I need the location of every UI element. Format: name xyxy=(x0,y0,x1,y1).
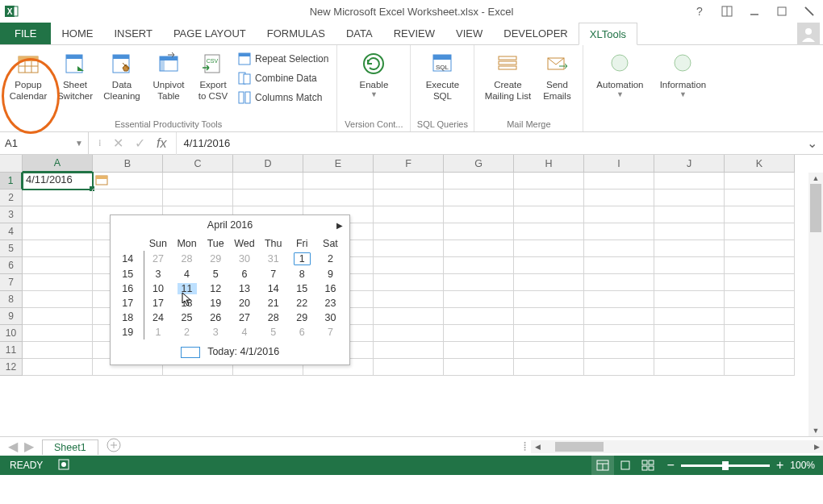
data-cleaning-button[interactable]: Data Cleaning xyxy=(98,48,145,106)
cell[interactable] xyxy=(654,308,725,325)
cell[interactable] xyxy=(23,325,93,342)
row-header[interactable]: 12 xyxy=(0,359,23,376)
file-tab[interactable]: FILE xyxy=(0,23,51,44)
row-header[interactable]: 11 xyxy=(0,342,23,359)
accept-formula-icon[interactable]: ✓ xyxy=(135,135,145,151)
row-header[interactable]: 10 xyxy=(0,325,23,342)
cell[interactable] xyxy=(23,308,93,325)
minimize-button[interactable] xyxy=(741,0,768,23)
enable-version-control-button[interactable]: Enable ▼ xyxy=(342,48,405,98)
cell[interactable] xyxy=(654,206,725,223)
sheet-nav-next[interactable]: ▶ xyxy=(24,439,34,454)
cell[interactable] xyxy=(23,359,93,376)
calendar-day[interactable]: 30 xyxy=(316,310,345,325)
calendar-day[interactable]: 17 xyxy=(144,296,173,310)
zoom-out-button[interactable]: − xyxy=(667,458,675,473)
view-page-break-button[interactable] xyxy=(637,456,659,475)
cell[interactable] xyxy=(303,190,374,206)
calendar-day[interactable]: 9 xyxy=(316,267,345,281)
cell[interactable] xyxy=(444,223,514,240)
cell[interactable] xyxy=(654,173,725,190)
maximize-button[interactable] xyxy=(768,0,796,23)
combine-data-button[interactable]: Combine Data xyxy=(237,69,328,87)
automation-button[interactable]: Automation ▼ xyxy=(588,48,651,98)
calendar-day[interactable]: 2 xyxy=(173,325,202,339)
cell[interactable] xyxy=(374,240,444,257)
cell[interactable] xyxy=(654,291,725,308)
fx-button[interactable]: fx xyxy=(157,136,166,151)
name-box[interactable]: A1 ▼ xyxy=(0,132,89,155)
cell[interactable] xyxy=(654,257,725,274)
calendar-day[interactable]: 24 xyxy=(144,310,173,325)
calendar-day[interactable]: 28 xyxy=(259,310,287,325)
cell[interactable] xyxy=(725,274,795,291)
column-header[interactable]: I xyxy=(584,155,654,173)
zoom-level[interactable]: 100% xyxy=(790,460,815,471)
cell[interactable] xyxy=(303,173,374,190)
cell[interactable] xyxy=(584,359,654,376)
column-header[interactable]: A xyxy=(23,155,93,173)
tab-view[interactable]: VIEW xyxy=(445,23,493,44)
cell[interactable] xyxy=(584,223,654,240)
cell[interactable] xyxy=(23,274,93,291)
popup-calendar-button[interactable]: Popup Calendar xyxy=(5,48,52,106)
cell[interactable] xyxy=(444,190,514,206)
row-header[interactable]: 6 xyxy=(0,257,23,274)
cell[interactable] xyxy=(163,190,233,206)
hscroll-left[interactable]: ◀ xyxy=(531,440,544,453)
cell[interactable] xyxy=(654,190,725,206)
cell[interactable] xyxy=(23,190,93,206)
cell[interactable] xyxy=(725,240,795,257)
cell[interactable] xyxy=(725,257,795,274)
user-avatar[interactable] xyxy=(797,23,820,45)
cell[interactable] xyxy=(725,308,795,325)
hscroll-thumb[interactable] xyxy=(555,442,604,452)
cell[interactable] xyxy=(654,342,725,359)
calendar-day[interactable]: 11 xyxy=(173,281,202,296)
calendar-day[interactable]: 25 xyxy=(173,310,202,325)
cell[interactable] xyxy=(23,223,93,240)
calendar-day[interactable]: 7 xyxy=(259,267,287,281)
cell[interactable] xyxy=(725,359,795,376)
cell[interactable] xyxy=(163,173,233,190)
ribbon-display-options[interactable] xyxy=(713,0,741,23)
cell[interactable] xyxy=(514,274,584,291)
cell[interactable] xyxy=(444,359,514,376)
calendar-day[interactable]: 19 xyxy=(202,296,230,310)
calendar-day[interactable]: 10 xyxy=(144,281,173,296)
tab-data[interactable]: DATA xyxy=(336,23,383,44)
calendar-day[interactable]: 16 xyxy=(316,281,345,296)
export-csv-button[interactable]: CSV Export to CSV xyxy=(192,48,234,106)
cell[interactable] xyxy=(654,240,725,257)
cell[interactable] xyxy=(374,342,444,359)
calendar-day[interactable]: 6 xyxy=(287,325,315,339)
cell[interactable] xyxy=(23,291,93,308)
cancel-formula-icon[interactable]: ✕ xyxy=(113,135,123,151)
cell[interactable] xyxy=(444,240,514,257)
row-header[interactable]: 4 xyxy=(0,223,23,240)
cell[interactable] xyxy=(584,342,654,359)
cell[interactable] xyxy=(654,325,725,342)
tab-developer[interactable]: DEVELOPER xyxy=(493,23,578,44)
cell[interactable] xyxy=(374,173,444,190)
zoom-in-button[interactable]: + xyxy=(776,458,783,473)
column-header[interactable]: E xyxy=(303,155,374,173)
cell[interactable] xyxy=(584,274,654,291)
help-button[interactable]: ? xyxy=(686,0,713,23)
row-header[interactable]: 9 xyxy=(0,308,23,325)
cell[interactable] xyxy=(444,274,514,291)
calendar-day[interactable]: 7 xyxy=(316,325,345,339)
cell[interactable] xyxy=(374,308,444,325)
columns-match-button[interactable]: Columns Match xyxy=(237,89,328,106)
cell[interactable] xyxy=(23,257,93,274)
calendar-day[interactable]: 22 xyxy=(287,296,315,310)
tab-page-layout[interactable]: PAGE LAYOUT xyxy=(163,23,257,44)
repeat-selection-button[interactable]: Repeat Selection xyxy=(237,50,328,68)
send-emails-button[interactable]: Send Emails xyxy=(536,48,578,102)
cell[interactable] xyxy=(584,240,654,257)
cell[interactable] xyxy=(584,257,654,274)
tab-home[interactable]: HOME xyxy=(51,23,103,44)
column-header[interactable]: H xyxy=(514,155,584,173)
cell[interactable] xyxy=(374,274,444,291)
information-button[interactable]: Information ▼ xyxy=(651,48,714,98)
